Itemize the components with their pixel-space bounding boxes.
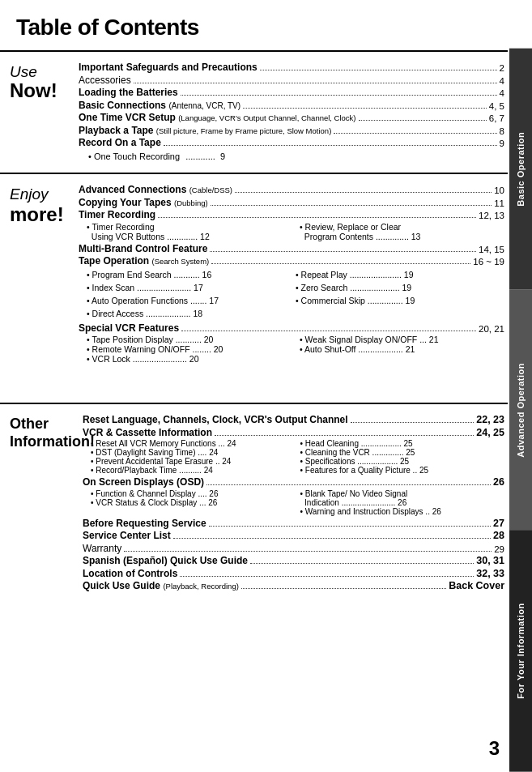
- entry-osd: On Screen Displays (OSD) 26: [83, 476, 504, 488]
- more-label: more!: [10, 203, 64, 226]
- section-other-info: OtherInformation! Reset Language, Channe…: [0, 403, 508, 603]
- timer-sub-left: • Timer Recording Using VCR Buttons ....…: [87, 222, 292, 241]
- foryour-label: For Your Information: [516, 604, 526, 699]
- entry-before-service: Before Requesting Service 27: [83, 518, 504, 529]
- entry-location-controls: Location of Controls 32, 33: [83, 568, 504, 579]
- use-label: Use: [10, 63, 37, 81]
- tape-op-subs: • Program End Search ........... 16 • Re…: [79, 268, 504, 321]
- timer-sub-right: • Review, Replace or Clear Program Conte…: [300, 222, 504, 241]
- entry-vcr-cassette: VCR & Cassette Information 24, 25: [83, 427, 504, 438]
- entry-tape-operation: Tape Operation (Search System) 16 ~ 19: [79, 255, 504, 267]
- page-title: Table of Contents: [0, 0, 532, 49]
- vcr-cassette-subs: • Reset All VCR Memory Functions ... 24 …: [83, 439, 504, 475]
- entry-timer-recording: Timer Recording 12, 13: [79, 209, 504, 220]
- section-label-enjoy-more: Enjoy more!: [0, 182, 77, 367]
- page-number: 3: [489, 737, 500, 760]
- special-vcr-subs: • Tape Position Display ........... 20 •…: [79, 335, 504, 364]
- enjoy-more-entries: Advanced Connections (Cable/DSS) 10 Copy…: [77, 182, 508, 367]
- entry-one-touch: • One Touch Recording ............ 9: [79, 150, 504, 164]
- vcr-cassette-left: • Reset All VCR Memory Functions ... 24 …: [91, 439, 296, 475]
- page-container: Table of Contents Basic Operation Advanc…: [0, 0, 532, 772]
- now-label: Now!: [10, 81, 57, 100]
- right-sidebar: Basic Operation Advanced Operation For Y…: [509, 49, 532, 772]
- basic-operation-label: Basic Operation: [516, 132, 526, 207]
- osd-right: • Blank Tape/ No Video Signal Indication…: [300, 489, 505, 516]
- advanced-operation-label: Advanced Operation: [516, 363, 526, 458]
- sidebar-tab-foryour[interactable]: For Your Information: [509, 531, 532, 772]
- entry-service-center: Service Center List 28: [83, 530, 504, 541]
- vcr-cassette-right: • Head Cleaning .................. 25 • …: [300, 439, 505, 475]
- entry-accessories: Accessories 4: [79, 75, 504, 86]
- entry-vcr-setup: One Time VCR Setup (Language, VCR's Outp…: [79, 112, 504, 123]
- sidebar-tab-basic[interactable]: Basic Operation: [509, 49, 532, 290]
- entry-quick-use-guide: Quick Use Guide (Playback, Recording) Ba…: [83, 580, 504, 591]
- entry-record-on-tape: Record On a Tape 9: [79, 137, 504, 148]
- use-now-entries: Important Safeguards and Precautions 2 A…: [77, 60, 508, 164]
- other-info-entries: Reset Language, Channels, Clock, VCR's O…: [81, 412, 508, 595]
- special-vcr-right: • Weak Signal Display ON/OFF ... 21 • Au…: [300, 335, 504, 364]
- osd-left: • Function & Channel Display .... 26 • V…: [91, 489, 296, 516]
- osd-subs: • Function & Channel Display .... 26 • V…: [83, 489, 504, 516]
- section-use-now: Use Now! Important Safeguards and Precau…: [0, 50, 508, 173]
- entry-basic-connections: Basic Connections (Antenna, VCR, TV) 4, …: [79, 100, 504, 111]
- entry-advanced-connections: Advanced Connections (Cable/DSS) 10: [79, 184, 504, 195]
- entry-special-vcr: Special VCR Features 20, 21: [79, 322, 504, 334]
- entry-safeguards: Important Safeguards and Precautions 2: [79, 62, 504, 73]
- special-vcr-left: • Tape Position Display ........... 20 •…: [87, 335, 292, 364]
- sidebar-tab-advanced[interactable]: Advanced Operation: [509, 290, 532, 531]
- section-enjoy-more: Enjoy more! Advanced Connections (Cable/…: [0, 173, 508, 375]
- entry-warranty: Warranty 29: [83, 543, 504, 554]
- spacer: [0, 375, 532, 399]
- section-label-other: OtherInformation!: [0, 412, 81, 595]
- entry-batteries: Loading the Batteries 4: [79, 87, 504, 98]
- entry-playback-tape: Playback a Tape (Still picture, Frame by…: [79, 125, 504, 136]
- entry-reset-lang: Reset Language, Channels, Clock, VCR's O…: [83, 414, 504, 425]
- timer-sub-entries: • Timer Recording Using VCR Buttons ....…: [79, 222, 504, 241]
- section-label-use-now: Use Now!: [0, 60, 77, 164]
- entry-spanish: Spanish (Español) Quick Use Guide 30, 31: [83, 555, 504, 566]
- enjoy-label: Enjoy: [10, 186, 49, 203]
- entry-copying-tapes: Copying Your Tapes (Dubbing) 11: [79, 197, 504, 208]
- entry-multibrand: Multi-Brand Control Feature 14, 15: [79, 243, 504, 254]
